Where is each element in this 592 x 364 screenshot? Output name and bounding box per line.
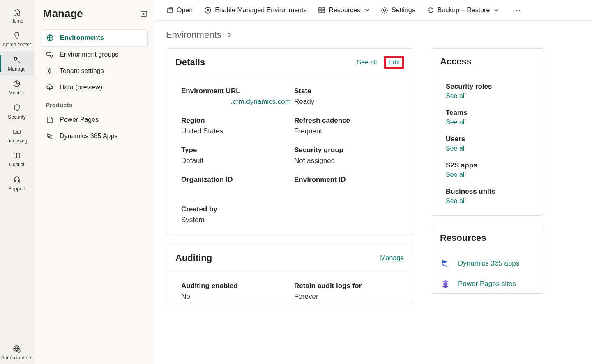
globe-gear-icon [12,344,21,353]
auditing-title: Auditing [175,253,212,263]
access-s2s-label: S2S apps [446,161,534,169]
sidebar: Manage Environments Environment groups T… [34,0,154,364]
details-edit-link[interactable]: Edit [388,59,400,66]
rail-licensing-label: Licensing [7,138,28,144]
sidebar-item-label: Environment groups [60,51,118,58]
cloud-data-icon [46,83,54,92]
sidebar-section-products: Products [41,96,148,112]
toolbar-resources[interactable]: Resources [318,7,369,14]
toolbar-enable-managed[interactable]: Enable Managed Environments [204,7,306,14]
env-url-label: Environment URL [181,87,294,95]
home-icon [12,7,21,16]
rail-monitor[interactable]: Monitor [0,75,34,99]
rail-admin-centers[interactable]: Admin centers [0,340,34,364]
sidebar-item-data-preview[interactable]: Data (preview) [41,79,148,96]
d365-logo-icon [440,258,451,269]
access-teams-label: Teams [446,109,534,117]
breadcrumb-root[interactable]: Environments [166,30,221,40]
envid-value [294,186,404,195]
sidebar-item-label: Data (preview) [60,84,102,91]
backup-icon [427,7,434,14]
region-value: United States [181,127,294,135]
svg-rect-4 [14,153,17,158]
access-teams-link[interactable]: See all [446,119,534,126]
svg-rect-16 [319,8,321,10]
sidebar-item-label: Environments [60,34,104,41]
rail-support-label: Support [8,186,25,192]
secgroup-value: Not assigned [294,157,404,165]
sidebar-item-environments[interactable]: Environments [41,29,148,46]
bulb-icon [12,31,21,40]
access-security-roles-link[interactable]: See all [446,92,534,100]
svg-point-11 [50,55,53,57]
copilot-icon [12,151,21,160]
svg-point-15 [207,9,209,11]
rail-home[interactable]: Home [0,3,34,27]
rail-licensing[interactable]: Licensing [0,123,34,147]
rail-action-center[interactable]: Action center [0,27,34,51]
rail-support[interactable]: Support [0,171,34,195]
collapse-sidebar-icon[interactable] [140,10,148,18]
toolbar-settings-label: Settings [392,7,415,14]
svg-rect-10 [47,52,51,55]
resource-d365-apps[interactable]: Dynamics 365 apps [440,258,534,269]
toolbar-open[interactable]: Open [166,7,193,14]
resources-icon [318,7,325,14]
sidebar-item-power-pages[interactable]: Power Pages [41,112,148,128]
sidebar-title: Manage [43,7,83,20]
env-url-value[interactable]: .crm.dynamics.com [181,98,294,106]
rail-security-label: Security [8,114,25,120]
state-label: State [294,87,404,95]
target-icon [204,7,212,14]
shield-icon [12,103,21,112]
auditing-manage-link[interactable]: Manage [380,254,404,262]
access-bu-link[interactable]: See all [446,197,534,205]
access-s2s-link[interactable]: See all [446,171,534,179]
resource-power-pages-label: Power Pages sites [458,280,516,288]
power-pages-icon [46,116,54,124]
orgid-value [181,186,294,195]
rail-home-label: Home [10,18,23,24]
sidebar-item-tenant-settings[interactable]: Tenant settings [41,63,148,79]
pie-chart-icon [12,79,21,88]
toolbar-resources-label: Resources [329,7,360,14]
toolbar-backup-restore[interactable]: Backup + Restore [427,7,499,14]
auditing-enabled-label: Auditing enabled [181,282,294,290]
rail-security[interactable]: Security [0,99,34,123]
chevron-down-icon [494,8,499,13]
rail-copilot[interactable]: Copilot [0,147,34,171]
resource-power-pages[interactable]: Power Pages sites [440,279,534,289]
rail-manage[interactable]: Manage [0,51,34,75]
svg-point-0 [14,57,17,60]
access-users-label: Users [446,135,534,143]
power-pages-logo-icon [440,279,451,289]
rail-manage-label: Manage [8,66,25,72]
refresh-label: Refresh cadence [294,117,404,125]
svg-rect-19 [322,11,325,13]
state-value: Ready [294,98,404,106]
details-see-all-link[interactable]: See all [357,59,377,66]
svg-rect-8 [141,11,147,16]
svg-point-20 [383,9,386,11]
toolbar-settings[interactable]: Settings [381,7,415,14]
toolbar-backup-restore-label: Backup + Restore [438,7,490,14]
chevron-down-icon [364,8,369,13]
toolbar-open-label: Open [177,7,193,14]
gear-wrench-icon [12,55,21,64]
svg-rect-2 [14,130,20,134]
globe-group-icon [46,50,54,59]
globe-icon [46,34,54,42]
sidebar-item-environment-groups[interactable]: Environment groups [41,46,148,63]
gear-icon [381,7,388,14]
resource-d365-apps-label: Dynamics 365 apps [458,259,519,268]
sidebar-item-d365-apps[interactable]: Dynamics 365 Apps [41,128,148,144]
refresh-value: Frequent [294,127,404,135]
main: Open Enable Managed Environments Resourc… [154,0,592,364]
svg-rect-5 [17,153,20,158]
edit-highlight-box: Edit [384,56,404,69]
toolbar-more[interactable]: ··· [513,6,521,14]
headset-icon [12,175,21,184]
auditing-enabled-value: No [181,293,294,301]
createdby-label: Created by [181,205,404,213]
access-users-link[interactable]: See all [446,145,534,152]
